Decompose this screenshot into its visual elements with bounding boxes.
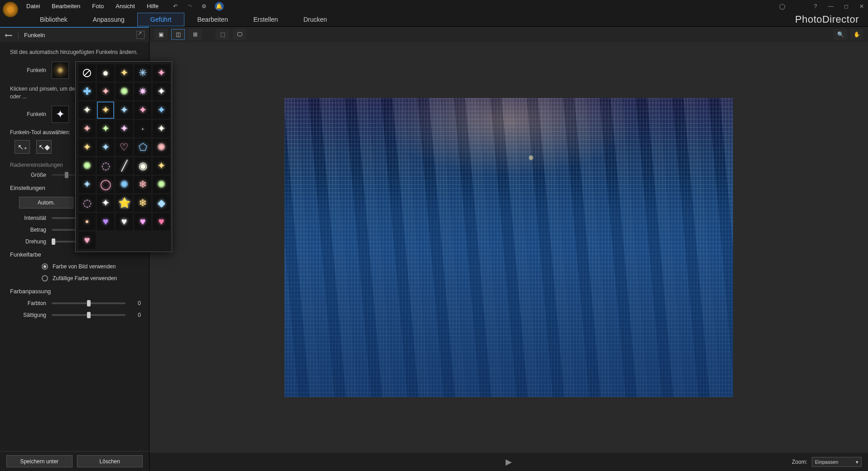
panel-header: 🠔 Funkeln bbox=[0, 27, 149, 42]
playbar: ▶ Zoom: Einpassen ▾ bbox=[149, 453, 868, 471]
sparkle-option-32[interactable]: ✺ bbox=[116, 176, 133, 193]
size-label: Größe bbox=[10, 172, 52, 178]
radio-color-from-image[interactable]: Farbe von Bild verwenden bbox=[42, 263, 141, 270]
tab-print[interactable]: Drucken bbox=[291, 13, 340, 26]
photo-preview bbox=[285, 98, 733, 397]
sparkle-option-3[interactable]: ✳ bbox=[134, 64, 151, 82]
sparkle-option-29[interactable]: ✦ bbox=[153, 157, 170, 175]
notification-icon[interactable]: 🔔 bbox=[215, 2, 224, 11]
popout-button[interactable] bbox=[136, 31, 145, 39]
sparkle-style-thumb-1[interactable] bbox=[52, 62, 69, 79]
rotation-label: Drehung bbox=[10, 238, 52, 245]
menu-file[interactable]: Datei bbox=[26, 3, 40, 10]
sparkle-option-43[interactable]: ♥ bbox=[134, 213, 151, 230]
sparkle-option-22[interactable]: ♡ bbox=[116, 139, 133, 156]
sparkle-option-18[interactable]: · bbox=[134, 120, 151, 137]
sparkle-option-23[interactable]: ⬠ bbox=[134, 139, 151, 156]
redo-icon[interactable]: ↷ bbox=[186, 2, 194, 10]
sparkle-option-2[interactable]: ✦ bbox=[116, 64, 133, 82]
sparkle-option-33[interactable]: ❄ bbox=[134, 176, 151, 193]
sparkle-option-37[interactable]: ⭐ bbox=[116, 194, 133, 212]
view-single-icon[interactable]: ▣ bbox=[154, 29, 168, 40]
sparkle-option-1[interactable]: ● bbox=[97, 64, 114, 82]
settings-icon[interactable]: ⚙ bbox=[200, 2, 208, 10]
view-split-icon[interactable]: ◫ bbox=[171, 29, 185, 40]
minimize-icon[interactable]: — bbox=[827, 3, 834, 10]
radio-random-color[interactable]: Zufällige Farbe verwenden bbox=[42, 275, 141, 282]
delete-button[interactable]: Löschen bbox=[77, 455, 143, 467]
menu-edit[interactable]: Bearbeiten bbox=[52, 3, 80, 10]
sparkle-option-13[interactable]: ✦ bbox=[134, 102, 151, 119]
sparkle-option-19[interactable]: ✦ bbox=[153, 120, 170, 137]
sparkle-option-40[interactable]: • bbox=[78, 213, 96, 230]
back-button[interactable]: 🠔 bbox=[5, 31, 14, 39]
sparkle-option-34[interactable]: ✺ bbox=[153, 176, 170, 193]
sparkle-option-10[interactable]: ✦ bbox=[78, 102, 96, 119]
auto-button[interactable]: Autom. bbox=[19, 197, 73, 209]
sparkle-option-12[interactable]: ✦ bbox=[116, 102, 133, 119]
play-button[interactable]: ▶ bbox=[506, 457, 512, 467]
sparkle-option-15[interactable]: ✦ bbox=[78, 120, 96, 137]
zoom-select[interactable]: Einpassen ▾ bbox=[812, 457, 862, 467]
pan-tool-icon[interactable]: ✋ bbox=[850, 29, 863, 40]
radio-icon bbox=[42, 275, 48, 282]
sparkle-option-9[interactable]: ✦ bbox=[153, 83, 170, 100]
sparkle-option-8[interactable]: ✷ bbox=[134, 83, 151, 100]
intensity-label: Intensität bbox=[10, 215, 52, 221]
sparkle-option-38[interactable]: ❄ bbox=[134, 194, 151, 212]
panel-footer: Speichern unter Löschen bbox=[0, 451, 149, 471]
erase-sparkle-tool[interactable]: ↖◆ bbox=[36, 140, 52, 154]
sparkle-option-41[interactable]: ♥ bbox=[97, 213, 114, 230]
screen-icon[interactable]: 🖵 bbox=[233, 29, 246, 40]
tab-edit[interactable]: Bearbeiten bbox=[184, 13, 241, 26]
sparkle-option-44[interactable]: ♥ bbox=[153, 213, 170, 230]
tab-guided[interactable]: Geführt bbox=[137, 13, 185, 26]
sparkle-option-25[interactable]: ✺ bbox=[78, 157, 96, 175]
account-icon[interactable]: ◯ bbox=[778, 3, 786, 10]
zoom-tool-icon[interactable]: 🔍 bbox=[834, 29, 847, 40]
tab-adjust[interactable]: Anpassung bbox=[80, 13, 137, 26]
compare-icon[interactable]: ⬚ bbox=[216, 29, 229, 40]
sparkle-option-11[interactable]: ✦ bbox=[97, 102, 114, 119]
sparkle-option-5[interactable]: ✚ bbox=[78, 83, 96, 100]
tab-library[interactable]: Bibliothek bbox=[27, 13, 80, 26]
menu-view[interactable]: Ansicht bbox=[116, 3, 135, 10]
main-menu: Datei Bearbeiten Foto Ansicht Hilfe bbox=[26, 3, 159, 10]
sparkle-option-7[interactable]: ✺ bbox=[116, 83, 133, 100]
menu-help[interactable]: Hilfe bbox=[147, 3, 159, 10]
sparkle-option-4[interactable]: ✦ bbox=[153, 64, 170, 82]
help-icon[interactable]: ? bbox=[812, 3, 819, 10]
view-grid-icon[interactable]: ⊞ bbox=[188, 29, 202, 40]
save-as-button[interactable]: Speichern unter bbox=[6, 455, 72, 467]
sparkle-option-27[interactable]: ╱ bbox=[116, 157, 133, 175]
sparkle-option-28[interactable]: ◉ bbox=[134, 157, 151, 175]
sparkle-option-20[interactable]: ✦ bbox=[78, 139, 96, 156]
sparkle-option-30[interactable]: ✦ bbox=[78, 176, 96, 193]
close-icon[interactable]: ✕ bbox=[858, 3, 865, 10]
app-logo bbox=[3, 2, 18, 17]
undo-icon[interactable]: ↶ bbox=[171, 2, 179, 10]
tab-create[interactable]: Erstellen bbox=[241, 13, 290, 26]
sparkle-option-39[interactable]: ◆ bbox=[153, 194, 170, 212]
add-sparkle-tool[interactable]: ↖₊ bbox=[14, 140, 30, 154]
sparkle-option-35[interactable]: ◌ bbox=[78, 194, 96, 212]
sparkle-option-6[interactable]: ✦ bbox=[97, 83, 114, 100]
sparkle-option-26[interactable]: ◌ bbox=[97, 157, 114, 175]
viewport[interactable] bbox=[149, 42, 868, 453]
maximize-icon[interactable]: ◻ bbox=[843, 3, 850, 10]
sparkle-option-14[interactable]: ✦ bbox=[153, 102, 170, 119]
sparkle-option-45[interactable]: ♥ bbox=[78, 232, 96, 249]
sparkle-option-42[interactable]: ♥ bbox=[116, 213, 133, 230]
sparkle-option-31[interactable]: ◯ bbox=[97, 176, 114, 193]
sparkle-option-16[interactable]: ✦ bbox=[97, 120, 114, 137]
sparkle-option-17[interactable]: ✦ bbox=[116, 120, 133, 137]
sparkle-option-0[interactable] bbox=[78, 64, 96, 82]
saturation-slider[interactable] bbox=[52, 314, 125, 316]
sparkle-style-thumb-2[interactable] bbox=[52, 106, 69, 123]
menu-photo[interactable]: Foto bbox=[92, 3, 104, 10]
sparkle-option-21[interactable]: ✦ bbox=[97, 139, 114, 156]
sparkle-option-24[interactable]: ✺ bbox=[153, 139, 170, 156]
sparkle-option-36[interactable]: ✦ bbox=[97, 194, 114, 212]
sparkle-color-header: Funkelfarbe bbox=[10, 251, 141, 258]
hue-slider[interactable] bbox=[52, 302, 125, 304]
